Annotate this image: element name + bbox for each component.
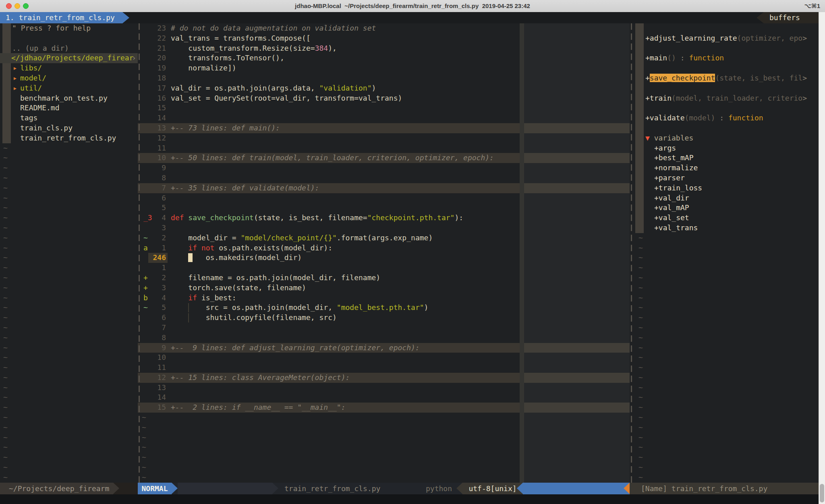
tilde-marker: ~ (142, 423, 146, 433)
empty-line: ~ (635, 452, 819, 463)
scrollbar[interactable] (819, 12, 825, 504)
line-number: 5 (148, 203, 166, 213)
tag-item[interactable]: +val_set (635, 213, 819, 223)
empty-line: ~ (0, 403, 138, 413)
tag-item[interactable]: +best_mAP (635, 153, 819, 163)
line-number: 12 (148, 373, 166, 383)
empty-line: ~ (635, 253, 819, 263)
tilde-marker: ~ (3, 403, 8, 413)
tilde-marker: ~ (142, 433, 146, 443)
tilde-marker: ~ (3, 203, 8, 213)
tree-item[interactable]: .. (up a dir) (0, 43, 138, 54)
tilde-marker: ~ (142, 452, 146, 463)
empty-line: ~ (0, 413, 138, 423)
tilde-marker: ~ (638, 343, 643, 353)
tree-item[interactable]: " Press ? for help (0, 23, 138, 33)
tag-item[interactable]: +train_loss (635, 183, 819, 193)
line-number: 11 (148, 143, 166, 153)
line-number: 246 (148, 253, 166, 263)
tree-item[interactable]: README.md (0, 103, 138, 113)
empty-line: ~ (0, 243, 138, 253)
empty-line: ~ (0, 383, 138, 393)
tilde-marker: ~ (3, 263, 8, 273)
tag-item[interactable]: +val_trans (635, 223, 819, 233)
tree-item[interactable]: benchmark_on_test.py (0, 93, 138, 103)
tree-item[interactable]: train_retr_from_cls.py (0, 133, 138, 143)
truncation-arrow-icon: > (802, 34, 807, 42)
empty-line: ~ (0, 323, 138, 333)
line-number: 15 (148, 403, 166, 413)
tilde-marker: ~ (638, 313, 643, 323)
line-number: 7 (148, 183, 166, 193)
empty-line: ~ (0, 253, 138, 263)
line-number: 11 (148, 363, 166, 373)
tilde-marker: ~ (142, 442, 146, 452)
empty-line: ~ (635, 383, 819, 393)
buffers-label: buffers (764, 12, 824, 23)
tilde-marker: ~ (3, 183, 8, 193)
tilde-marker: ~ (638, 423, 643, 433)
empty-line: ~ (635, 463, 819, 473)
empty-line: ~ (635, 333, 819, 343)
tag-item[interactable]: ▼ variables (635, 133, 819, 143)
color-column (520, 23, 524, 483)
nerdtree-sidebar: " Press ? for help.. (up a dir)</jdhao/P… (0, 23, 138, 483)
gutter-sign: b (143, 293, 148, 303)
cursor-position-segment: 86% ☰ 246/284LN : 5 (523, 483, 630, 494)
tilde-marker: ~ (3, 153, 8, 163)
window-separator[interactable] (631, 23, 632, 483)
tag-item[interactable]: +val_dir (635, 193, 819, 203)
empty-line: ~ (0, 283, 138, 293)
tilde-marker: ~ (638, 413, 643, 423)
empty-line: ~ (0, 473, 138, 483)
tilde-marker: ~ (638, 263, 643, 273)
line-number: 23 (148, 23, 166, 33)
tree-item[interactable]: tags (0, 113, 138, 123)
gutter-sign: + (143, 283, 148, 293)
empty-line: ~ (635, 473, 819, 483)
tag-item[interactable]: +adjust_learning_rate(optimizer, epo> (635, 33, 819, 43)
window-separator[interactable] (139, 23, 140, 483)
tilde-marker: ~ (3, 143, 8, 153)
tree-item[interactable]: ▸model/ (0, 73, 138, 83)
tag-item[interactable]: +args (635, 143, 819, 153)
empty-line (635, 123, 819, 133)
tilde-marker: ~ (638, 353, 643, 363)
indent-guide (188, 313, 189, 322)
empty-line: ~ (635, 363, 819, 373)
tree-item[interactable]: train_cls.py (0, 123, 138, 133)
line-number: 5 (148, 303, 166, 313)
tag-item[interactable]: +normalize (635, 163, 819, 173)
line-number: 1 (148, 263, 166, 273)
chevron-right-icon: ▸ (13, 83, 17, 93)
tree-item[interactable]: ▸util/ (0, 83, 138, 93)
tag-item[interactable]: +train(model, train_loader, criterio> (635, 93, 819, 103)
empty-line: ~ (0, 433, 138, 443)
empty-line: ~ (635, 303, 819, 313)
tab-train-retr-from-cls[interactable]: 1. train_retr_from_cls.py (0, 12, 122, 23)
tag-item[interactable]: +parser (635, 173, 819, 183)
tag-item[interactable]: +main() : function (635, 53, 819, 63)
scrollbar-thumb[interactable] (820, 484, 824, 502)
tag-item[interactable]: +validate(model) : function (635, 113, 819, 123)
vim-command-line[interactable] (0, 494, 825, 504)
tilde-marker: ~ (142, 473, 146, 483)
tree-item[interactable]: ▸libs/ (0, 63, 138, 73)
mode-indicator: NORMAL (138, 483, 172, 494)
tilde-marker: ~ (3, 353, 8, 363)
empty-line: ~ (0, 392, 138, 403)
line-number: 3 (148, 223, 166, 233)
tag-item[interactable]: +val_mAP (635, 203, 819, 213)
tilde-marker: ~ (638, 333, 643, 343)
line-number: 22 (148, 33, 166, 43)
tilde-marker: ~ (3, 253, 8, 263)
tilde-marker: ~ (3, 373, 8, 383)
empty-line: ~ (0, 363, 138, 373)
macos-titlebar: jdhao-MBP.local ~/Projects/deep_firearm/… (0, 0, 825, 12)
line-number: 10 (148, 353, 166, 363)
tilde-marker: ~ (3, 423, 8, 433)
tag-item[interactable]: +save_checkpoint(state, is_best, fil> (635, 73, 819, 83)
tree-item[interactable]: </jdhao/Projects/deep_firear› (0, 53, 138, 63)
empty-line: ~ (0, 163, 138, 173)
tilde-marker: ~ (638, 233, 643, 243)
